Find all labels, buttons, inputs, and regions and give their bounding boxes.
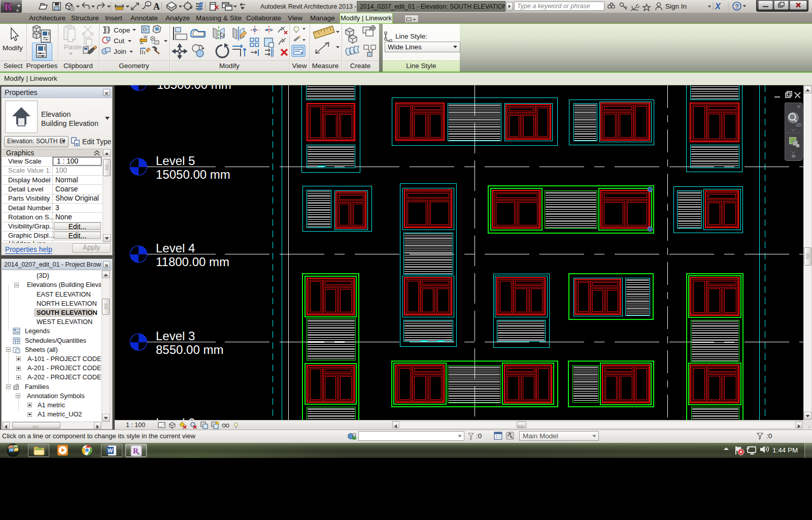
svg-text:18500.00 mm: 18500.00 mm	[157, 85, 231, 91]
svg-text:Modify: Modify	[3, 44, 23, 52]
svg-text:?: ?	[735, 3, 739, 10]
svg-text:W: W	[144, 35, 148, 39]
svg-text:Cope: Cope	[114, 26, 130, 34]
svg-text:A: A	[16, 8, 19, 13]
svg-text:1:44 PM: 1:44 PM	[772, 446, 798, 454]
svg-text:Sign In: Sign In	[665, 3, 687, 10]
svg-text:Level 4: Level 4	[156, 241, 195, 255]
svg-text:W: W	[108, 447, 113, 453]
svg-text:Join: Join	[114, 48, 126, 55]
svg-text:A: A	[153, 2, 160, 12]
svg-text:Paste: Paste	[64, 43, 82, 51]
svg-text:2D: 2D	[796, 122, 802, 127]
svg-text:Level 3: Level 3	[156, 329, 195, 343]
svg-text:8550.00 mm: 8550.00 mm	[156, 343, 223, 356]
svg-text:1: 1	[147, 2, 150, 7]
svg-text:11800.00 mm: 11800.00 mm	[156, 255, 229, 269]
svg-text:R: R	[4, 1, 13, 13]
svg-text:15050.00 mm: 15050.00 mm	[156, 168, 230, 181]
svg-text:X: X	[715, 2, 721, 11]
svg-text:Level 2: Level 2	[156, 416, 195, 420]
svg-text:Cut: Cut	[114, 37, 124, 45]
svg-text:Level 5: Level 5	[156, 154, 195, 168]
svg-text:A: A	[138, 452, 140, 456]
